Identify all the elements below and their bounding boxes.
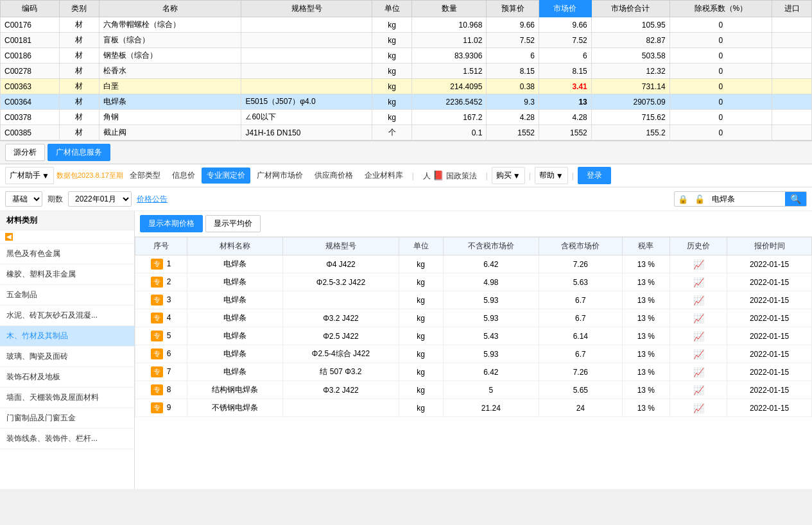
cell-market: 7.52 bbox=[539, 33, 592, 48]
cell-qty: 11.02 bbox=[411, 33, 486, 48]
cell-import bbox=[772, 33, 812, 48]
data-table-row[interactable]: 专 5 电焊条 Φ2.5 J422 kg 5.43 6.14 13 % 📈 20… bbox=[135, 327, 812, 345]
search-input[interactable] bbox=[708, 193, 785, 205]
cell-spec bbox=[241, 48, 372, 64]
dt-cell-seq: 专 6 bbox=[135, 345, 187, 363]
dt-cell-history[interactable]: 📈 bbox=[670, 291, 727, 309]
book-icon: 📕 bbox=[433, 170, 444, 180]
sidebar-item-2[interactable]: 五金制品 bbox=[0, 285, 134, 306]
sidebar-item-0[interactable]: 黑色及有色金属 bbox=[0, 244, 134, 264]
data-table-row[interactable]: 专 8 结构钢电焊条 Φ3.2 J422 kg 5 5.65 13 % 📈 20… bbox=[135, 381, 812, 399]
dt-cell-tax-rate: 13 % bbox=[622, 273, 670, 291]
dt-cell-history[interactable]: 📈 bbox=[670, 309, 727, 327]
data-table-row[interactable]: 专 2 电焊条 Φ2.5-3.2 J422 kg 4.98 5.63 13 % … bbox=[135, 273, 812, 291]
sidebar-item-8[interactable]: 门窗制品及门窗五金 bbox=[0, 408, 134, 429]
cell-code: C00181 bbox=[1, 33, 60, 48]
cell-spec bbox=[241, 33, 372, 48]
cell-unit: kg bbox=[372, 48, 412, 64]
chart-trend-icon[interactable]: 📈 bbox=[693, 349, 704, 359]
sidebar-item-5[interactable]: 玻璃、陶瓷及面砖 bbox=[0, 347, 134, 367]
nav-pro-price[interactable]: 专业测定价 bbox=[202, 168, 250, 184]
data-table-row[interactable]: 专 6 电焊条 Φ2.5-4综合 J422 kg 5.93 6.7 13 % 📈… bbox=[135, 345, 812, 363]
dt-cell-history[interactable]: 📈 bbox=[670, 255, 727, 273]
cell-budget: 7.52 bbox=[487, 33, 539, 48]
region-select[interactable]: 基础 bbox=[5, 191, 42, 207]
chart-trend-icon[interactable]: 📈 bbox=[693, 295, 704, 306]
dt-cell-history[interactable]: 📈 bbox=[670, 381, 727, 399]
chart-trend-icon[interactable]: 📈 bbox=[693, 277, 704, 288]
dt-cell-tax-rate: 13 % bbox=[622, 327, 670, 345]
table-row[interactable]: C00385 材 截止阀 J41H-16 DN150 个 0.1 1552 15… bbox=[1, 125, 812, 141]
sidebar-toggle-area[interactable]: ◀ bbox=[0, 230, 134, 244]
tab-material-info[interactable]: 广材信息服务 bbox=[48, 144, 110, 161]
nav-enterprise-lib[interactable]: 企业材料库 bbox=[359, 168, 408, 184]
dt-cell-history[interactable]: 📈 bbox=[670, 399, 727, 417]
sidebar-item-9[interactable]: 装饰线条、装饰件、栏杆... bbox=[0, 429, 134, 449]
table-row[interactable]: C00364 材 电焊条 E5015（J507）φ4.0 kg 2236.545… bbox=[1, 94, 812, 110]
data-table-row[interactable]: 专 9 不锈钢电焊条 kg 21.24 24 13 % 📈 2022-01-15 bbox=[135, 399, 812, 417]
dt-cell-unit: kg bbox=[399, 399, 443, 417]
col-header-total: 市场价合计 bbox=[591, 1, 669, 17]
price-announce-link[interactable]: 价格公告 bbox=[137, 194, 168, 205]
login-button[interactable]: 登录 bbox=[578, 167, 611, 184]
chart-trend-icon[interactable]: 📈 bbox=[693, 331, 704, 341]
dt-cell-date: 2022-01-15 bbox=[727, 291, 812, 309]
col-header-code: 编码 bbox=[1, 1, 60, 17]
cell-unit: kg bbox=[372, 110, 412, 125]
dt-cell-history[interactable]: 📈 bbox=[670, 327, 727, 345]
chart-trend-icon[interactable]: 📈 bbox=[693, 259, 704, 270]
nav-supplier-price[interactable]: 供应商价格 bbox=[309, 168, 358, 184]
search-button[interactable]: 🔍 bbox=[785, 192, 806, 206]
dt-cell-history[interactable]: 📈 bbox=[670, 363, 727, 381]
cell-budget: 9.66 bbox=[487, 17, 539, 33]
cell-unit: kg bbox=[372, 33, 412, 48]
nav-market-price[interactable]: 广材网市场价 bbox=[252, 168, 308, 184]
unlock-icon[interactable]: 🔓 bbox=[691, 193, 708, 206]
chart-trend-icon[interactable]: 📈 bbox=[693, 403, 704, 413]
table-row[interactable]: C00181 材 盲板（综合） kg 11.02 7.52 7.52 82.87… bbox=[1, 33, 812, 48]
assistant-dropdown[interactable]: 广材助手 ▼ bbox=[5, 167, 54, 184]
dt-col-spec: 规格型号 bbox=[283, 237, 399, 255]
dt-cell-name: 电焊条 bbox=[187, 327, 283, 345]
cell-qty: 10.968 bbox=[411, 17, 486, 33]
nav-all-types[interactable]: 全部类型 bbox=[125, 168, 166, 184]
table-row[interactable]: C00363 材 白垩 kg 214.4095 0.38 3.41 731.14… bbox=[1, 79, 812, 94]
sidebar-item-6[interactable]: 装饰石材及地板 bbox=[0, 367, 134, 388]
period-select[interactable]: 2022年01月 bbox=[68, 191, 132, 207]
nav-info-price[interactable]: 信息价 bbox=[167, 168, 200, 184]
data-table-row[interactable]: 专 3 电焊条 kg 5.93 6.7 13 % 📈 2022-01-15 bbox=[135, 291, 812, 309]
chart-trend-icon[interactable]: 📈 bbox=[693, 385, 704, 395]
lock-icon[interactable]: 🔒 bbox=[675, 193, 691, 206]
chart-trend-icon[interactable]: 📈 bbox=[693, 367, 704, 377]
table-row[interactable]: C00176 材 六角带帽螺栓（综合） kg 10.968 9.66 9.66 … bbox=[1, 17, 812, 33]
sidebar-item-3[interactable]: 水泥、砖瓦灰砂石及混凝... bbox=[0, 306, 134, 326]
cell-qty: 2236.5452 bbox=[411, 94, 486, 110]
cell-market: 8.15 bbox=[539, 64, 592, 79]
dt-cell-history[interactable]: 📈 bbox=[670, 345, 727, 363]
dt-cell-incl-tax: 5.63 bbox=[539, 273, 622, 291]
dt-cell-history[interactable]: 📈 bbox=[670, 273, 727, 291]
table-row[interactable]: C00278 材 松香水 kg 1.512 8.15 8.15 12.32 0 bbox=[1, 64, 812, 79]
chart-trend-icon[interactable]: 📈 bbox=[693, 313, 704, 323]
show-average-price-btn[interactable]: 显示平均价 bbox=[205, 215, 261, 232]
toggle-arrow-icon[interactable]: ◀ bbox=[5, 233, 13, 241]
sidebar-item-7[interactable]: 墙面、天棚装饰及屋面材料 bbox=[0, 388, 134, 408]
nav-person-policy[interactable]: 人 📕 国政策法 bbox=[418, 168, 482, 184]
show-current-price-btn[interactable]: 显示本期价格 bbox=[140, 215, 203, 232]
table-row[interactable]: C00186 材 钢垫板（综合） kg 83.9306 6 6 503.58 0 bbox=[1, 48, 812, 64]
data-table-row[interactable]: 专 7 电焊条 结 507 Φ3.2 kg 6.42 7.26 13 % 📈 2… bbox=[135, 363, 812, 381]
cell-market: 3.41 bbox=[539, 79, 592, 94]
help-dropdown[interactable]: 帮助 ▼ bbox=[535, 167, 568, 184]
cell-code: C00278 bbox=[1, 64, 60, 79]
table-row[interactable]: C00378 材 角钢 ∠60以下 kg 167.2 4.28 4.28 715… bbox=[1, 110, 812, 125]
cell-name: 白垩 bbox=[99, 79, 241, 94]
buy-dropdown[interactable]: 购买 ▼ bbox=[492, 167, 525, 184]
data-table-row[interactable]: 专 4 电焊条 Φ3.2 J422 kg 5.93 6.7 13 % 📈 202… bbox=[135, 309, 812, 327]
cell-total: 155.2 bbox=[591, 125, 669, 141]
help-arrow-icon: ▼ bbox=[556, 171, 564, 180]
policy-label: 国政策法 bbox=[446, 171, 477, 180]
sidebar-item-4[interactable]: 木、竹材及其制品 bbox=[0, 326, 134, 347]
data-table-row[interactable]: 专 1 电焊条 Φ4 J422 kg 6.42 7.26 13 % 📈 2022… bbox=[135, 255, 812, 273]
sidebar-item-1[interactable]: 橡胶、塑料及非金属 bbox=[0, 264, 134, 285]
tab-source-analysis[interactable]: 源分析 bbox=[5, 144, 45, 161]
